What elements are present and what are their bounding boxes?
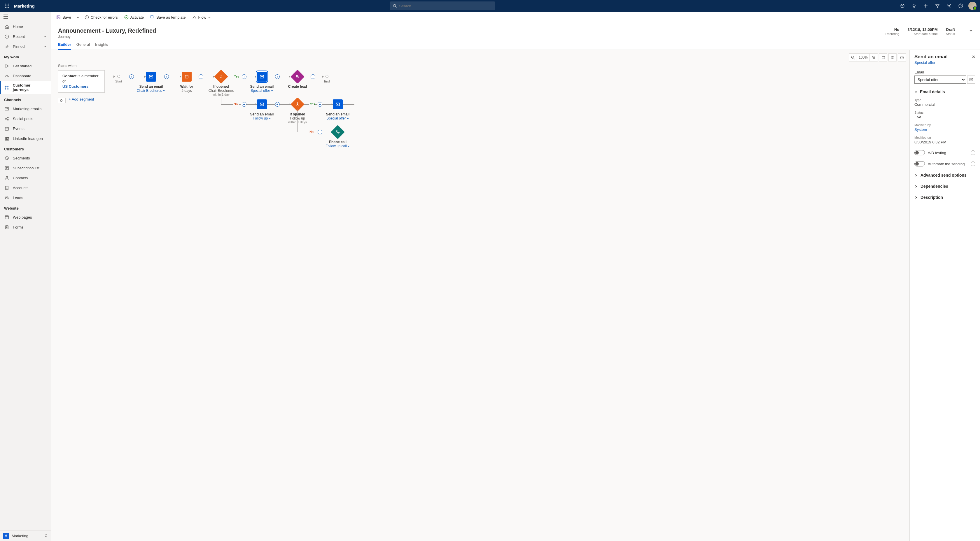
sidebar-item-emails[interactable]: Marketing emails [0,104,51,114]
node-link[interactable]: Follow up call [326,144,350,148]
svg-rect-35 [5,186,8,189]
end-label: End [324,79,330,83]
node-link[interactable]: Chair Brochures [137,89,165,93]
search-input[interactable] [399,4,492,8]
email-select[interactable]: Special offer [915,76,966,84]
node-send-email-special-offer-2[interactable] [333,99,343,109]
tab-builder[interactable]: Builder [58,42,71,50]
dependencies-section[interactable]: Dependencies [915,184,975,189]
chevron-right-icon [915,196,918,199]
btn-label: Activate [130,15,144,19]
app-badge: M [3,533,9,539]
svg-point-52 [892,57,893,58]
zoom-in-button[interactable] [870,53,878,62]
node-title: Send an email [250,84,274,89]
app-launcher-icon[interactable] [2,1,12,11]
description-section[interactable]: Description [915,195,975,200]
info-icon[interactable]: i [970,162,975,166]
command-bar: Save Check for errors Activate Save as t… [51,12,980,23]
node-wait[interactable] [182,72,192,82]
sidebar-item-accounts[interactable]: Accounts [0,183,51,193]
user-avatar[interactable] [967,1,978,11]
canvas-help-button[interactable] [898,53,906,62]
save-dropdown[interactable] [75,14,81,21]
sidebar-item-sublist[interactable]: Subscription list [0,163,51,173]
node-link[interactable]: Special offer [326,116,349,121]
node-send-email-1[interactable] [146,72,156,82]
add-step-button[interactable]: + [310,75,315,79]
svg-line-47 [874,58,875,59]
person-icon [4,175,10,181]
info-icon[interactable]: i [970,151,975,155]
sidebar-item-recent[interactable]: Recent [0,32,51,41]
node-link[interactable]: Special offer [251,89,273,93]
sidebar-item-social[interactable]: Social posts [0,114,51,124]
activate-button[interactable]: Activate [122,14,146,21]
svg-point-34 [6,176,8,178]
sidebar-item-customer-journeys[interactable]: Customer journeys [0,81,51,94]
hamburger-icon[interactable] [0,12,51,22]
sidebar-item-contacts[interactable]: Contacts [0,173,51,183]
start-label: Start [115,79,122,83]
journey-canvas[interactable]: 100% Starts when: Contact is a member of… [51,50,909,541]
filter-icon[interactable] [932,1,943,11]
snapshot-button[interactable] [888,53,897,62]
meta-label: Status [946,32,955,36]
tab-insights[interactable]: Insights [95,42,108,49]
btn-label: Save as template [156,15,186,19]
close-panel-button[interactable]: ✕ [972,54,975,59]
sidebar-item-events[interactable]: Events [0,124,51,133]
search-box[interactable] [390,2,495,10]
check-errors-button[interactable]: Check for errors [82,14,120,21]
svg-point-37 [7,197,8,198]
section-title: Advanced send options [921,173,967,178]
detail-value-link[interactable]: System [915,127,975,132]
gear-icon[interactable] [944,1,955,11]
plus-icon[interactable] [921,1,931,11]
email-details-header[interactable]: Email details [915,89,975,94]
sidebar-item-pinned[interactable]: Pinned [0,41,51,51]
add-segment-button[interactable]: + Add segment [68,97,94,102]
gauge-icon [4,73,10,78]
automate-sending-toggle[interactable] [915,161,925,167]
flow-button[interactable]: Flow [190,14,213,21]
target-icon[interactable] [897,1,908,11]
panel-subtitle-link[interactable]: Special offer [915,60,975,65]
sidebar-item-leads[interactable]: Leads [0,193,51,203]
meta-value: Draft [946,27,955,32]
building-icon [4,185,10,190]
node-send-email-special-offer[interactable] [257,72,267,82]
ab-testing-toggle[interactable] [915,150,925,155]
zoom-out-button[interactable] [849,53,857,62]
lightbulb-icon[interactable] [909,1,920,11]
zoom-level[interactable]: 100% [857,53,870,62]
advanced-send-section[interactable]: Advanced send options [915,173,975,178]
sidebar-item-forms[interactable]: Forms [0,222,51,232]
meta-recurring: NoRecurring [886,27,899,36]
save-template-button[interactable]: Save as template [148,14,188,21]
sidebar-item-segments[interactable]: Segments [0,153,51,163]
fit-button[interactable] [879,53,887,62]
segment-box[interactable]: Contact is a member of US Customers [58,70,105,93]
canvas-toolbar: 100% [849,53,906,62]
sidebar-item-webpages[interactable]: Web pages [0,212,51,222]
sidebar-item-dashboard[interactable]: Dashboard [0,71,51,81]
sidebar-item-home[interactable]: Home [0,22,51,32]
sidebar-item-getstarted[interactable]: Get started [0,61,51,71]
btn-label: Flow [198,15,206,19]
save-button[interactable]: Save [54,14,73,21]
meta-label: Recurring [886,32,899,36]
sidebar-footer[interactable]: M Marketing [0,530,51,541]
start-marker: Start [115,75,122,83]
sidebar-item-linkedin[interactable]: LinkedIn lead gen [0,133,51,143]
node-title: Send an email [250,112,274,116]
tab-general[interactable]: General [76,42,90,49]
svg-point-26 [7,117,8,118]
expand-header-button[interactable] [969,29,973,33]
node-send-email-followup[interactable] [257,99,267,109]
open-email-button[interactable] [967,76,975,84]
help-icon[interactable] [956,1,966,11]
segment-link[interactable]: US Customers [62,84,89,89]
node-link[interactable]: Follow up [253,116,271,121]
search-icon [393,4,397,8]
